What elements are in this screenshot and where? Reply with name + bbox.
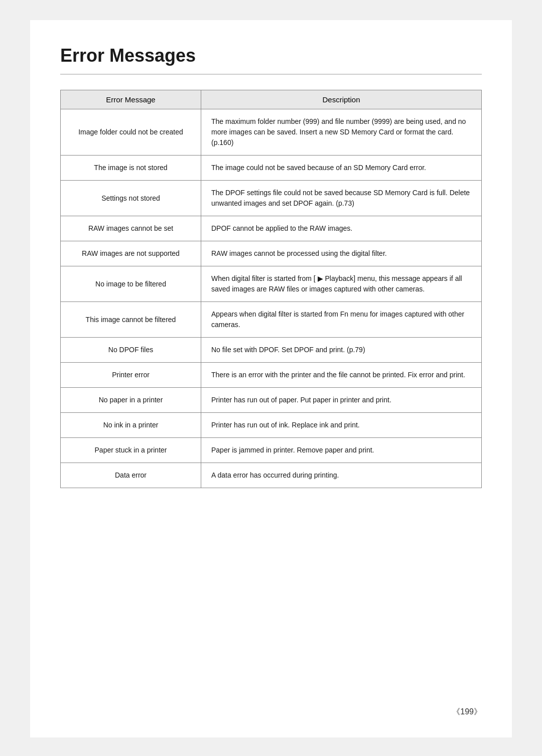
description-cell: DPOF cannot be applied to the RAW images… (201, 216, 482, 241)
error-message-cell: The image is not stored (61, 156, 201, 181)
description-cell: When digital filter is started from [ ▶ … (201, 266, 482, 302)
table-row: The image is not storedThe image could n… (61, 156, 482, 181)
column-header-error: Error Message (61, 90, 201, 109)
description-cell: Appears when digital filter is started f… (201, 302, 482, 338)
error-message-cell: Data error (61, 463, 201, 488)
table-header-row: Error Message Description (61, 90, 482, 109)
error-message-cell: No image to be filtered (61, 266, 201, 302)
page-title: Error Messages (60, 45, 482, 75)
table-row: RAW images cannot be setDPOF cannot be a… (61, 216, 482, 241)
description-cell: No file set with DPOF. Set DPOF and prin… (201, 338, 482, 363)
description-cell: Printer has run out of paper. Put paper … (201, 388, 482, 413)
table-row: Image folder could not be createdThe max… (61, 109, 482, 156)
error-message-cell: RAW images cannot be set (61, 216, 201, 241)
error-message-cell: No paper in a printer (61, 388, 201, 413)
error-table: Error Message Description Image folder c… (60, 90, 482, 488)
table-row: No ink in a printerPrinter has run out o… (61, 413, 482, 438)
description-cell: There is an error with the printer and t… (201, 363, 482, 388)
page: Error Messages Error Message Description… (30, 20, 512, 737)
error-message-cell: Printer error (61, 363, 201, 388)
column-header-description: Description (201, 90, 482, 109)
description-cell: RAW images cannot be processed using the… (201, 241, 482, 266)
error-message-cell: No ink in a printer (61, 413, 201, 438)
table-row: Printer errorThere is an error with the … (61, 363, 482, 388)
table-row: No image to be filteredWhen digital filt… (61, 266, 482, 302)
description-cell: The image could not be saved because of … (201, 156, 482, 181)
error-message-cell: Paper stuck in a printer (61, 438, 201, 463)
table-row: RAW images are not supportedRAW images c… (61, 241, 482, 266)
table-row: Settings not storedThe DPOF settings fil… (61, 181, 482, 216)
table-row: No DPOF filesNo file set with DPOF. Set … (61, 338, 482, 363)
table-row: Paper stuck in a printerPaper is jammed … (61, 438, 482, 463)
error-message-cell: No DPOF files (61, 338, 201, 363)
page-number: 《199》 (452, 707, 482, 717)
table-row: Data errorA data error has occurred duri… (61, 463, 482, 488)
table-row: This image cannot be filteredAppears whe… (61, 302, 482, 338)
error-message-cell: Image folder could not be created (61, 109, 201, 156)
description-cell: Paper is jammed in printer. Remove paper… (201, 438, 482, 463)
error-message-cell: This image cannot be filtered (61, 302, 201, 338)
description-cell: A data error has occurred during printin… (201, 463, 482, 488)
description-cell: Printer has run out of ink. Replace ink … (201, 413, 482, 438)
description-cell: The DPOF settings file could not be save… (201, 181, 482, 216)
error-message-cell: RAW images are not supported (61, 241, 201, 266)
error-message-cell: Settings not stored (61, 181, 201, 216)
table-row: No paper in a printerPrinter has run out… (61, 388, 482, 413)
description-cell: The maximum folder number (999) and file… (201, 109, 482, 156)
